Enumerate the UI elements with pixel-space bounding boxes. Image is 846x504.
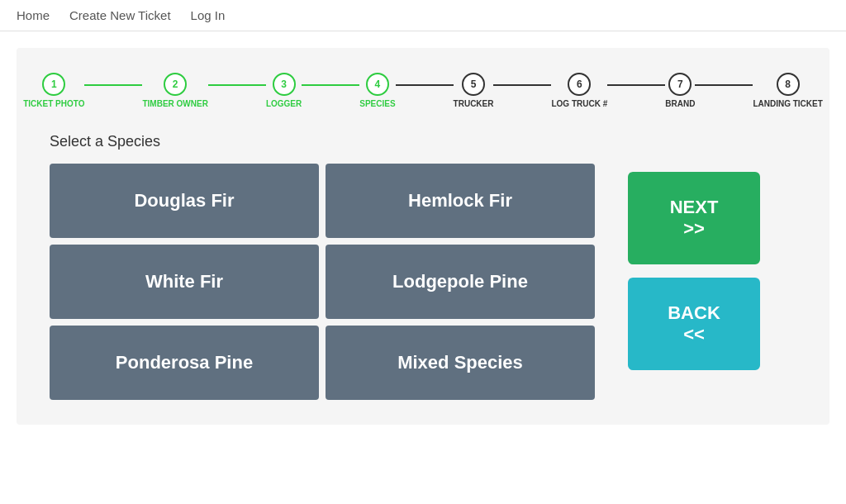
species-btn-lodgepole-pine[interactable]: Lodgepole Pine [326,245,595,319]
step-1: 1TICKET PHOTO [23,73,84,108]
back-button[interactable]: BACK << [628,278,760,370]
step-4: 4SPECIES [359,73,395,108]
step-circle-1: 1 [42,73,65,96]
step-label-4: SPECIES [359,99,395,108]
species-btn-ponderosa-pine[interactable]: Ponderosa Pine [50,326,319,400]
step-6: 6LOG TRUCK # [551,73,607,108]
navbar: Home Create New Ticket Log In [0,0,846,31]
nav-create-ticket[interactable]: Create New Ticket [69,8,171,22]
step-circle-4: 4 [366,73,389,96]
step-circle-2: 2 [164,73,187,96]
main-content: 1TICKET PHOTO2TIMBER OWNER3LOGGER4SPECIE… [17,48,829,425]
step-label-5: TRUCKER [454,99,494,108]
stepper: 1TICKET PHOTO2TIMBER OWNER3LOGGER4SPECIE… [50,73,796,108]
step-5: 5TRUCKER [454,73,494,108]
step-line-6 [607,84,665,86]
nav-login[interactable]: Log In [191,8,226,22]
content-area: Douglas FirHemlock FirWhite FirLodgepole… [50,164,796,400]
next-button[interactable]: NEXT >> [628,172,760,264]
step-circle-7: 7 [668,73,692,96]
step-line-4 [396,84,454,86]
step-label-8: LANDING TICKET [753,99,822,108]
step-label-7: BRAND [665,99,695,108]
step-line-5 [493,84,551,86]
step-circle-8: 8 [777,73,800,96]
step-2: 2TIMBER OWNER [142,73,207,108]
select-header: Select a Species [50,133,796,150]
species-btn-mixed-species[interactable]: Mixed Species [326,326,595,400]
step-8: 8LANDING TICKET [753,73,822,108]
step-circle-3: 3 [273,73,296,96]
species-btn-douglas-fir[interactable]: Douglas Fir [50,164,319,238]
species-btn-white-fir[interactable]: White Fir [50,245,319,319]
species-btn-hemlock-fir[interactable]: Hemlock Fir [326,164,595,238]
step-line-1 [84,84,142,86]
step-line-7 [695,84,753,86]
step-circle-5: 5 [462,73,485,96]
step-line-3 [302,84,359,86]
step-label-6: LOG TRUCK # [551,99,607,108]
step-line-2 [208,84,266,86]
step-circle-6: 6 [568,73,591,96]
step-label-3: LOGGER [266,99,302,108]
step-3: 3LOGGER [266,73,302,108]
action-buttons: NEXT >> BACK << [628,172,760,370]
nav-home[interactable]: Home [17,8,50,22]
step-list: 1TICKET PHOTO2TIMBER OWNER3LOGGER4SPECIE… [23,73,823,108]
step-7: 7BRAND [665,73,695,108]
species-grid: Douglas FirHemlock FirWhite FirLodgepole… [50,164,595,400]
step-label-2: TIMBER OWNER [142,99,207,108]
step-label-1: TICKET PHOTO [23,99,84,108]
